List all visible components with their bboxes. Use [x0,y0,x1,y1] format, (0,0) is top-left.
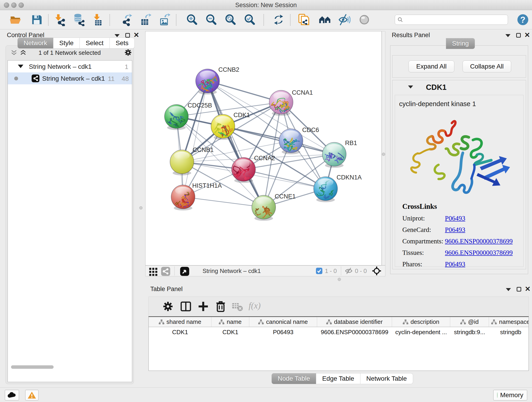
network-node-rb1[interactable]: RB1 [322,140,357,168]
hidden-eye-slash-icon[interactable] [345,268,353,274]
splitter-handle-icon[interactable] [338,278,341,281]
results-panel-float-button[interactable] [515,32,522,39]
crosslink-link[interactable]: 9606.ENSP00000378699 [445,237,513,245]
export-network-button[interactable] [120,13,133,26]
crosslink-link[interactable]: P06493 [445,226,465,233]
table-cell[interactable]: CDK1 [211,327,249,337]
network-canvas[interactable]: CCNB2CCNA1CDC25BCDK1CDC6RB1CCNB1CCNA2CDK… [145,31,382,265]
column-header-name[interactable]: name [211,317,249,327]
table-horizontal-scrollbar[interactable] [11,365,389,369]
zoom-selected-button[interactable] [243,13,256,26]
control-panel-splitter-handle[interactable] [139,206,143,210]
function-builder-icon[interactable]: f(x) [249,300,261,311]
tab-style[interactable]: Style [53,38,80,49]
results-panel-splitter[interactable] [382,31,385,265]
network-node-ccna1[interactable]: CCNA1 [269,89,313,119]
table-cell[interactable]: stringdb [489,327,529,337]
network-edge[interactable] [244,169,326,189]
clone-network-button[interactable] [298,13,310,26]
tab-node-table[interactable]: Node Table [272,373,316,384]
delete-table-icon[interactable] [231,300,243,313]
table-panel-close-button[interactable]: ✕ [524,286,532,293]
grid-view-icon[interactable] [148,266,158,275]
network-node-cdc25b[interactable]: CDC25B [164,102,212,134]
show-columns-icon[interactable] [180,300,192,313]
network-node-ccne1[interactable]: CCNE1 [252,193,296,222]
table-gear-icon[interactable] [162,300,174,313]
column-header-id[interactable]: @id [450,317,489,327]
collapse-all-button[interactable]: Collapse All [462,61,511,72]
hide-selected-button[interactable] [338,13,351,26]
export-table-button[interactable] [139,13,152,26]
column-header-canonicalname[interactable]: canonical name [249,317,317,327]
memory-button[interactable]: Memory [493,390,527,400]
tab-select[interactable]: Select [80,38,110,49]
birds-eye-view-button[interactable] [180,266,190,275]
results-panel-menu-button[interactable] [504,32,512,39]
table-cell[interactable]: P06493 [249,327,317,337]
cloud-status-button[interactable] [5,390,19,400]
table-row[interactable]: CDK1CDK1P064939606.ENSP00000378699cyclin… [149,327,529,337]
table-cell[interactable]: 9606.ENSP00000378699 [317,327,392,337]
crosslink-link[interactable]: 9606.ENSP00000378699 [445,249,513,256]
cdk1-section-header[interactable]: CDK1 [393,80,526,95]
column-header-namespace[interactable]: namespace [489,317,529,327]
warning-status-button[interactable] [25,390,38,400]
import-network-database-button[interactable] [72,13,85,26]
crosslink-label: Pharos: [402,260,445,268]
table-cell[interactable]: CDK1 [149,327,211,337]
network-node-hist1h1a[interactable]: HIST1H1A [167,182,222,213]
table-cell[interactable]: cyclin-dependent ... [392,327,450,337]
tree-expand-triangle[interactable] [18,65,23,68]
tab-edge-table[interactable]: Edge Table [316,373,360,384]
table-cell[interactable]: stringdb:9... [450,327,489,337]
crosslink-link[interactable]: P06493 [445,215,465,222]
zoom-fit-button[interactable] [224,13,237,26]
results-panel-close-button[interactable]: ✕ [523,32,531,38]
gear-icon[interactable] [124,48,132,55]
table-panel-splitter[interactable] [139,276,530,282]
tab-sets[interactable]: Sets [110,38,135,49]
add-column-icon[interactable] [197,300,209,313]
scrollbar-thumb[interactable] [11,365,54,369]
table-panel-float-button[interactable] [515,286,523,293]
expand-all-button[interactable]: Expand All [409,61,454,72]
save-session-button[interactable] [30,13,43,26]
toolbar-separator [290,14,291,26]
help-button[interactable]: ? [516,13,529,26]
zoom-out-button[interactable] [205,13,218,26]
node-table[interactable]: shared namenamecanonical namedatabase id… [148,316,529,371]
refresh-button[interactable] [272,13,285,26]
column-header-description[interactable]: description [392,317,450,327]
search-field[interactable] [395,15,508,25]
delete-column-icon[interactable] [215,300,227,313]
splitter-handle-icon[interactable] [382,153,385,156]
results-tab-string[interactable]: String [446,38,475,49]
show-graphics-details-button[interactable] [358,13,371,26]
network-tree-row[interactable]: String Network – cdk11148 [8,72,132,84]
search-input[interactable] [403,16,505,24]
network-edge[interactable] [183,81,208,197]
selected-checkbox-icon[interactable] [316,268,323,274]
string-network-icon [32,75,39,82]
network-node-cdkn1a[interactable]: CDKN1A [314,174,362,204]
section-collapse-triangle[interactable] [407,84,414,91]
crosshair-icon[interactable] [372,266,381,276]
network-edge[interactable] [183,197,264,207]
network-tree-row[interactable]: String Network – cdk11 [8,61,132,72]
crosslink-link[interactable]: P06493 [445,260,465,268]
import-table-button[interactable] [92,13,104,26]
zoom-in-button[interactable] [186,13,198,26]
network-node-ccnb1[interactable]: CCNB1 [170,147,214,175]
export-image-button[interactable] [158,13,171,26]
table-panel-menu-button[interactable] [505,287,512,293]
show-all-networks-button[interactable] [318,13,331,26]
crosslink-label: Tissues: [402,249,445,256]
import-network-file-button[interactable] [54,13,66,26]
tab-network-table[interactable]: Network Table [360,373,413,384]
column-header-sharedname[interactable]: shared name [149,317,211,327]
network-share-icon[interactable] [161,266,171,275]
tab-network[interactable]: Network [17,38,53,49]
column-header-databaseidentifier[interactable]: database identifier [317,317,392,327]
open-session-button[interactable] [9,13,22,26]
